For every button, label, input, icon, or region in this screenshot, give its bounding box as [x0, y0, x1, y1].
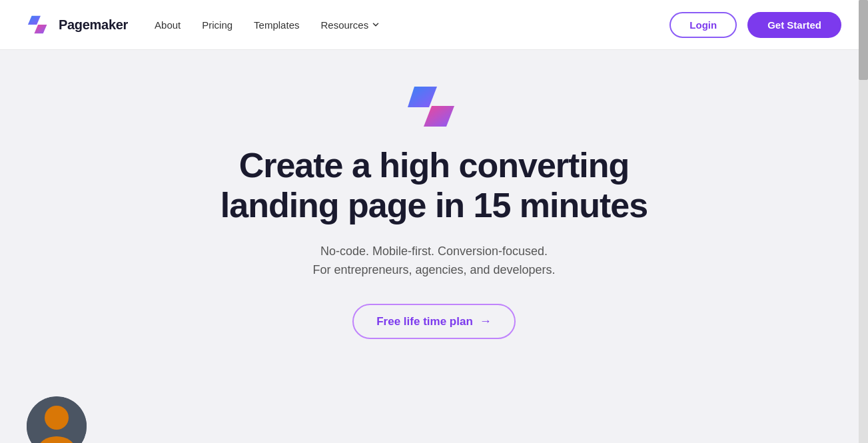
- logo-icon: [27, 12, 52, 37]
- avatar-svg: [27, 396, 87, 443]
- logo-text: Pagemaker: [59, 17, 128, 33]
- svg-marker-3: [424, 106, 454, 127]
- navbar-right: Login Get Started: [669, 12, 841, 38]
- nav-templates[interactable]: Templates: [254, 19, 299, 31]
- navbar-left: Pagemaker About Pricing Templates Resour…: [27, 12, 380, 37]
- avatar: [27, 396, 87, 443]
- cta-label: Free life time plan: [376, 315, 473, 328]
- logo[interactable]: Pagemaker: [27, 12, 128, 37]
- navbar: Pagemaker About Pricing Templates Resour…: [0, 0, 868, 50]
- hero-subtext: No-code. Mobile-first. Conversion-focuse…: [312, 242, 555, 280]
- free-plan-button[interactable]: Free life time plan →: [352, 304, 516, 339]
- avatar-image: [27, 396, 87, 443]
- login-button[interactable]: Login: [669, 12, 737, 38]
- hero-heading: Create a high converting landing page in…: [201, 146, 667, 226]
- nav-links: About Pricing Templates Resources: [155, 19, 380, 31]
- scrollbar-thumb[interactable]: [859, 0, 868, 80]
- chevron-down-icon: [371, 20, 380, 29]
- nav-about[interactable]: About: [155, 19, 181, 31]
- svg-point-5: [45, 406, 69, 430]
- svg-marker-0: [28, 16, 41, 25]
- get-started-button[interactable]: Get Started: [747, 12, 841, 38]
- svg-marker-2: [408, 87, 437, 107]
- arrow-right-icon: →: [480, 314, 492, 328]
- hero-logo-icon: [408, 83, 461, 130]
- hero-section: Create a high converting landing page in…: [0, 50, 868, 443]
- nav-pricing[interactable]: Pricing: [202, 19, 232, 31]
- svg-marker-1: [34, 25, 47, 33]
- scrollbar[interactable]: [859, 0, 868, 443]
- nav-resources[interactable]: Resources: [320, 19, 380, 31]
